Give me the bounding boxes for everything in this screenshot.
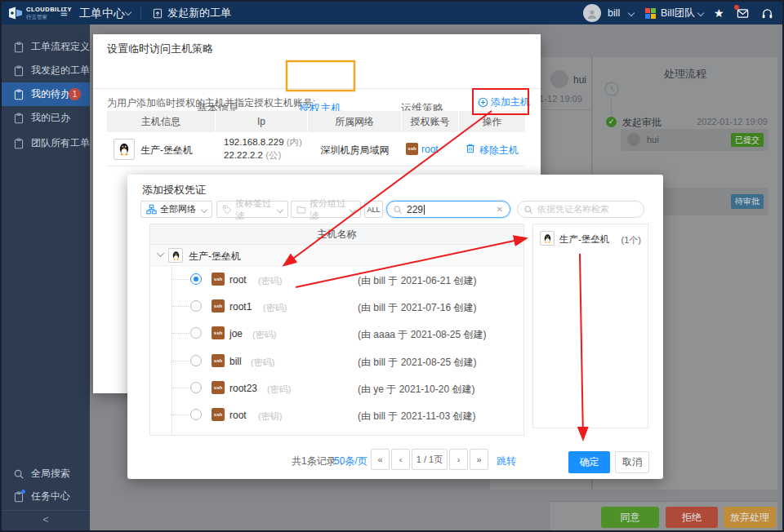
timeline-line	[611, 99, 612, 115]
credential-created: (由 bill 于 2021-11-03 创建)	[358, 410, 476, 423]
credential-row[interactable]: ssh root1 (密码) (由 bill 于 2021-07-16 创建)	[150, 293, 523, 320]
credential-type: (密码)	[258, 275, 282, 287]
grid-blue	[645, 14, 650, 19]
radio[interactable]	[190, 300, 202, 312]
favorite-star-icon[interactable]: ★	[714, 2, 724, 24]
credential-row[interactable]: ssh root (密钥) (由 bill 于 2021-11-03 创建)	[150, 401, 523, 428]
network-icon	[146, 204, 157, 215]
sidebar-item-label: 我的已办	[31, 111, 70, 125]
tux-icon	[117, 142, 131, 157]
linux-icon	[114, 139, 135, 160]
selected-host-count: (1个)	[621, 234, 641, 246]
top-navbar: CLOUDBILITY 行云管家 ≡ 工单中心 发起新的工单 bill Bill…	[2, 2, 782, 24]
page-size-select[interactable]: 50条/页	[334, 454, 368, 468]
group-filter-dropdown[interactable]: 按分组过滤	[291, 201, 361, 218]
jump-link[interactable]: 跳转	[497, 454, 516, 468]
headset-icon[interactable]	[761, 7, 773, 20]
clipboard-icon	[13, 42, 24, 53]
clear-search-icon[interactable]: ✕	[497, 205, 503, 214]
host-table-row: 生产-堡垒机 192.168.8.229 (内) 22.22.2.2 (公) 深…	[107, 132, 525, 166]
network-filter-dropdown[interactable]: 全部网络	[140, 201, 212, 218]
sidebar-item-label: 团队所有工单	[31, 136, 90, 150]
first-page-button[interactable]: «	[371, 449, 390, 470]
next-page-button[interactable]: ›	[449, 449, 468, 470]
credential-row-partial[interactable]	[150, 428, 523, 436]
logo-subtitle: 行云管家	[26, 14, 47, 21]
requester-avatar	[550, 70, 568, 88]
cancel-button[interactable]: 取消	[615, 451, 649, 473]
search-value: 229	[407, 204, 423, 215]
chevron-down-icon[interactable]	[125, 9, 131, 16]
chevron-down-icon	[350, 206, 356, 212]
radio-selected[interactable]	[190, 273, 202, 285]
clipboard-icon	[13, 65, 24, 77]
sidebar-item-my-todo[interactable]: 我的待办 1	[2, 82, 90, 106]
chevron-down-icon[interactable]	[157, 249, 165, 257]
user-avatar[interactable]	[583, 4, 601, 22]
credential-row[interactable]: ssh joe (密码) (由 aaaa 于 2021-08-25 创建)	[150, 320, 523, 348]
host-group-row[interactable]: 生产-堡垒机	[150, 245, 523, 266]
tree-branch	[172, 388, 189, 388]
sidebar-item-my-submitted[interactable]: 我发起的工单	[2, 59, 90, 82]
sidebar-item-global-search[interactable]: 全局搜索	[2, 462, 90, 485]
sidebar-item-my-done[interactable]: 我的已办	[2, 106, 90, 130]
chevron-down-icon[interactable]	[628, 10, 635, 16]
chevron-down-icon[interactable]	[697, 10, 704, 16]
sidebar-item-team-tickets[interactable]: 团队所有工单	[2, 131, 90, 155]
selected-host-name: 生产-堡垒机	[559, 233, 609, 246]
trash-icon[interactable]	[465, 143, 476, 154]
nav-menu-ticket-center[interactable]: 工单中心	[79, 2, 125, 24]
clipboard-team-icon	[13, 138, 24, 149]
clipboard-clock-icon	[13, 89, 24, 100]
hamburger-icon[interactable]: ≡	[60, 2, 68, 24]
col-account: 授权账号	[402, 111, 459, 132]
task-notification-dot	[21, 490, 25, 494]
nav-username[interactable]: bill	[608, 2, 620, 24]
page-indicator: 1 / 1页	[412, 449, 448, 470]
sidebar-collapse-button[interactable]: <	[2, 514, 90, 525]
nav-new-ticket[interactable]: 发起新的工单	[167, 2, 231, 24]
sidebar-item-task-center[interactable]: 任务中心	[2, 485, 90, 508]
radio[interactable]	[190, 327, 202, 339]
approve-button[interactable]: 同意	[601, 507, 659, 528]
credential-table: 主机名称 生产-堡垒机 ssh root (密码) (由 bill 于 2021…	[149, 224, 524, 436]
new-ticket-icon	[152, 7, 163, 19]
mail-notification-dot	[734, 5, 739, 10]
reject-button[interactable]: 拒绝	[666, 507, 718, 528]
credential-row[interactable]: ssh bill (密码) (由 bill 于 2021-08-25 创建)	[150, 348, 523, 375]
radio[interactable]	[190, 409, 202, 420]
linux-icon	[540, 231, 555, 246]
col-actions: 操作	[459, 111, 525, 132]
credential-rows: ssh root (密码) (由 bill 于 2021-06-21 创建) s…	[150, 266, 523, 436]
search-icon	[523, 205, 533, 215]
confirm-button[interactable]: 确定	[568, 451, 610, 473]
credential-created: (由 bill 于 2021-08-25 创建)	[358, 356, 476, 370]
radio[interactable]	[190, 382, 202, 393]
last-page-button[interactable]: »	[470, 449, 488, 470]
sidebar-item-flow-definition[interactable]: 工单流程定义	[2, 35, 90, 59]
tree-branch	[172, 415, 189, 415]
nav-team[interactable]: Bill团队	[661, 2, 695, 24]
credential-type: (密码)	[263, 302, 287, 314]
add-host-link[interactable]: 添加主机	[478, 95, 530, 109]
prev-page-button[interactable]: ‹	[391, 449, 410, 470]
credential-row[interactable]: ssh root23 (密码) (由 ye 于 2021-10-20 创建)	[150, 375, 523, 401]
clock-icon	[604, 81, 620, 97]
credential-table-header: 主机名称	[150, 224, 523, 245]
credential-row[interactable]: ssh root (密码) (由 bill 于 2021-06-21 创建)	[150, 266, 523, 293]
credential-search-input[interactable]: 依据凭证名称检索	[517, 201, 644, 218]
all-filter-button[interactable]: ALL	[364, 201, 383, 218]
tag-filter-dropdown[interactable]: 按标签过滤	[216, 201, 288, 218]
radio[interactable]	[190, 355, 202, 366]
mail-icon[interactable]	[737, 7, 749, 20]
tag-filter-value: 按标签过滤	[235, 197, 278, 222]
step1-label: 发起审批	[622, 116, 662, 130]
flow-title: 处理流程	[593, 67, 777, 82]
host-search-input[interactable]: 229 ✕	[386, 201, 510, 218]
account-link[interactable]: root	[421, 144, 439, 155]
network-filter-value: 全部网络	[160, 203, 196, 215]
person-icon	[586, 7, 599, 20]
abandon-button[interactable]: 放弃处理	[724, 507, 776, 528]
remove-host-link[interactable]: 移除主机	[479, 144, 519, 157]
linux-icon	[168, 248, 183, 263]
